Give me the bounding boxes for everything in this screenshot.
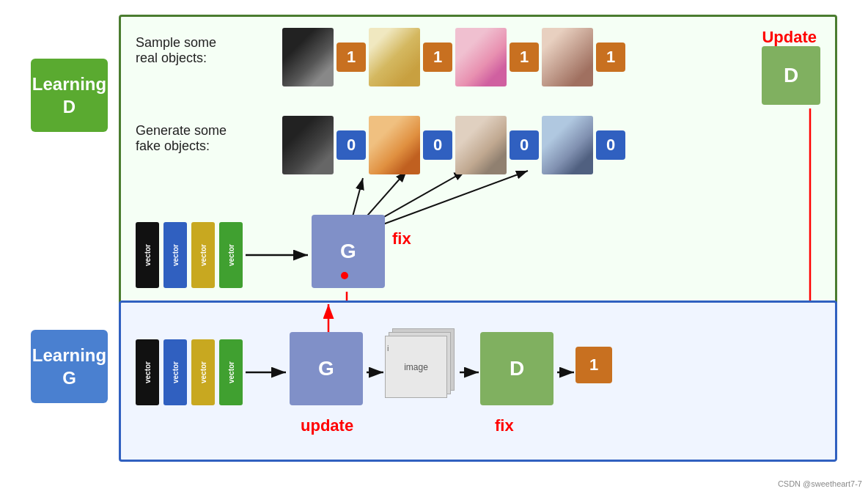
real-label-3: 1 [510, 43, 539, 72]
g-box-g: G [290, 332, 363, 405]
vector-d-2: vector [163, 222, 187, 288]
real-images-row: 1 1 1 1 [282, 28, 625, 86]
d-box-g: D [480, 332, 553, 405]
fake-label-1: 0 [336, 130, 366, 160]
learning-g-box: vector vector vector vector G update i i… [119, 301, 837, 462]
image-label: image [404, 362, 428, 372]
image-stack: i i image [385, 328, 458, 402]
vector-g-2: vector [163, 339, 187, 405]
update-label-d: Update [762, 28, 817, 47]
output-badge-g: 1 [575, 347, 612, 383]
real-img-3 [455, 28, 507, 86]
learning-d-box: Sample some real objects: Generate some … [119, 15, 837, 330]
img-stack-front: i image [385, 336, 447, 398]
fake-img-1 [282, 116, 334, 174]
vectors-g: vector vector vector vector [136, 339, 243, 405]
label-g: LearningG [31, 330, 108, 403]
fix-label-d: fix [392, 229, 411, 248]
fake-label-3: 0 [510, 130, 539, 160]
vector-g-4: vector [219, 339, 243, 405]
fake-img-3 [455, 116, 507, 174]
main-container: Sample some real objects: Generate some … [31, 15, 837, 476]
fake-desc: Generate some fake objects: [136, 123, 227, 154]
fake-img-4 [542, 116, 593, 174]
update-label-g: update [301, 416, 353, 435]
real-label-1: 1 [336, 43, 366, 72]
vectors-d: vector vector vector vector [136, 222, 243, 288]
watermark: CSDN @sweetheart7-7 [778, 479, 862, 488]
vector-d-3: vector [191, 222, 215, 288]
real-img-1 [282, 28, 334, 86]
fake-label-2: 0 [423, 130, 452, 160]
vector-d-1: vector [136, 222, 159, 288]
red-dot [341, 272, 348, 279]
real-desc: Sample some real objects: [136, 35, 216, 66]
d-box-update: D [762, 46, 820, 105]
fake-label-4: 0 [596, 130, 625, 160]
real-img-4 [542, 28, 593, 86]
fake-images-row: 0 0 0 0 [282, 116, 625, 174]
fake-img-2 [369, 116, 420, 174]
real-label-4: 1 [596, 43, 625, 72]
real-label-2: 1 [423, 43, 452, 72]
real-img-2 [369, 28, 420, 86]
vector-g-3: vector [191, 339, 215, 405]
vector-g-1: vector [136, 339, 159, 405]
label-d: Learning D LearningD [31, 59, 108, 132]
vector-d-4: vector [219, 222, 243, 288]
g-box-d: G [312, 215, 385, 288]
fix-label-g: fix [495, 416, 514, 435]
